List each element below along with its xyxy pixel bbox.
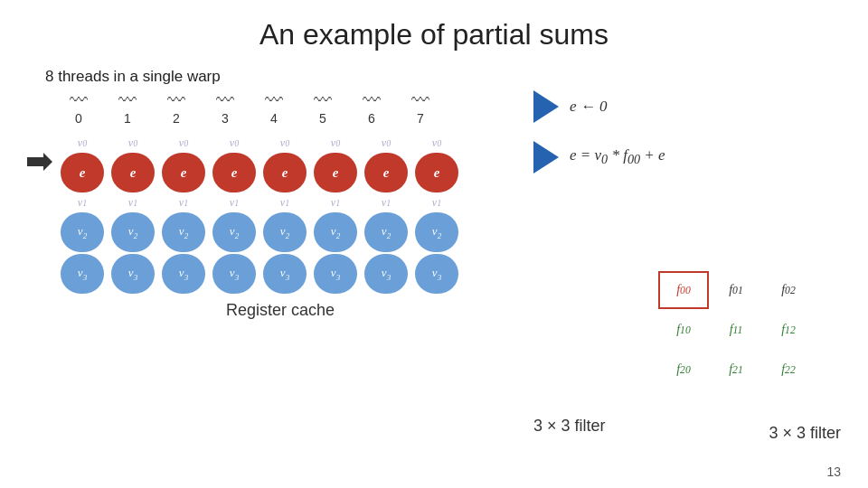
spring-icon-4: 〰 xyxy=(265,88,283,115)
filter-cell-f02: f02 xyxy=(763,271,814,309)
svg-marker-0 xyxy=(27,153,52,171)
spring-icon-3: 〰 xyxy=(216,88,234,115)
thread-5: 〰 5 xyxy=(298,90,347,126)
filter-cell-f01: f01 xyxy=(711,271,761,309)
spring-icon-1: 〰 xyxy=(118,88,137,115)
cell-v3-0: v3 xyxy=(61,254,104,294)
columns-wrapper: v0 e v1 v2 v3 v0 e v1 v2 v3 v0 e xyxy=(58,135,461,294)
col-0: v0 e v1 v2 v3 xyxy=(58,135,107,294)
bullet-point: 8 threads in a single warp xyxy=(45,68,841,86)
cell-v2-7: v2 xyxy=(415,212,458,252)
spring-icon-2: 〰 xyxy=(167,88,185,115)
filter-cell-f10: f10 xyxy=(658,311,709,349)
thread-6: 〰 6 xyxy=(347,90,396,126)
cell-v2-6: v2 xyxy=(364,212,408,252)
blue-arrow-icon-2 xyxy=(533,141,559,174)
col-7: v0 e v1 v2 v3 xyxy=(412,135,461,294)
filter-label-bottom: 3 × 3 filter xyxy=(769,424,841,443)
cell-v2-2: v2 xyxy=(162,212,205,252)
filter-cell-f11: f11 xyxy=(711,311,761,349)
formula-1: e ← 0 xyxy=(570,98,608,116)
col-5: v0 e v1 v2 v3 xyxy=(311,135,360,294)
filter-cell-f12: f12 xyxy=(763,311,814,349)
cell-v3-5: v3 xyxy=(314,254,357,294)
cell-v3-4: v3 xyxy=(263,254,307,294)
page-title: An example of partial sums xyxy=(27,18,841,52)
spring-icon-7: 〰 xyxy=(411,88,429,115)
col-6: v0 e v1 v2 v3 xyxy=(362,135,410,294)
thread-0: 〰 0 xyxy=(54,90,103,126)
filter-grid: f00 f01 f02 f10 f11 f12 f20 f21 f22 xyxy=(658,271,814,389)
threads-row: 〰 0 〰 1 〰 2 〰 3 〰 4 〰 5 xyxy=(54,90,479,126)
main-arrow xyxy=(27,153,52,174)
formula-block-2: e = v0 * f00 + e xyxy=(533,141,841,174)
cell-e-2: e xyxy=(162,153,205,192)
filter-cell-f20: f20 xyxy=(658,351,709,389)
cell-e-6: e xyxy=(364,153,408,192)
cell-v2-4: v2 xyxy=(263,212,307,252)
blue-arrow-icon xyxy=(533,90,559,123)
col-3: v0 e v1 v2 v3 xyxy=(210,135,259,294)
cell-v3-3: v3 xyxy=(212,254,256,294)
thread-7: 〰 7 xyxy=(396,90,445,126)
col-2: v0 e v1 v2 v3 xyxy=(159,135,208,294)
page: An example of partial sums 8 threads in … xyxy=(0,0,868,488)
spring-icon-0: 〰 xyxy=(70,88,88,115)
cell-e-1: e xyxy=(111,153,155,192)
thread-1: 〰 1 xyxy=(103,90,152,126)
cell-e-4: e xyxy=(263,153,307,192)
cell-v2-5: v2 xyxy=(314,212,357,252)
filter-cell-f00: f00 xyxy=(658,271,709,309)
cell-v3-1: v3 xyxy=(111,254,155,294)
formula-block-1: e ← 0 xyxy=(533,90,841,123)
cell-e-3: e xyxy=(212,153,256,192)
spring-icon-5: 〰 xyxy=(314,88,332,115)
left-section: 〰 0 〰 1 〰 2 〰 3 〰 4 〰 5 xyxy=(27,90,479,320)
grid-section: v0 e v1 v2 v3 v0 e v1 v2 v3 v0 e xyxy=(27,135,479,294)
page-number: 13 xyxy=(826,465,841,479)
thread-3: 〰 3 xyxy=(201,90,250,126)
thread-2: 〰 2 xyxy=(152,90,201,126)
cell-v2-3: v2 xyxy=(212,212,256,252)
cell-e-7: e xyxy=(415,153,458,192)
right-section: e ← 0 e = v0 * f00 + e f00 f01 f02 f10 f… xyxy=(533,90,841,192)
col-4: v0 e v1 v2 v3 xyxy=(260,135,309,294)
filter-cell-f22: f22 xyxy=(763,351,814,389)
formula-2: e = v0 * f00 + e xyxy=(570,146,665,167)
cell-v3-2: v3 xyxy=(162,254,205,294)
filter-cell-f21: f21 xyxy=(711,351,761,389)
cell-v2-1: v2 xyxy=(111,212,155,252)
cell-v3-6: v3 xyxy=(364,254,408,294)
spring-icon-6: 〰 xyxy=(363,88,381,115)
cell-e-5: e xyxy=(314,153,357,192)
filter-label: 3 × 3 filter xyxy=(533,417,606,436)
cell-v2-0: v2 xyxy=(61,212,104,252)
cell-v3-7: v3 xyxy=(415,254,458,294)
cell-e-0: e xyxy=(61,153,104,192)
thread-4: 〰 4 xyxy=(250,90,298,126)
col-1: v0 e v1 v2 v3 xyxy=(108,135,157,294)
register-cache-label: Register cache xyxy=(81,301,479,320)
